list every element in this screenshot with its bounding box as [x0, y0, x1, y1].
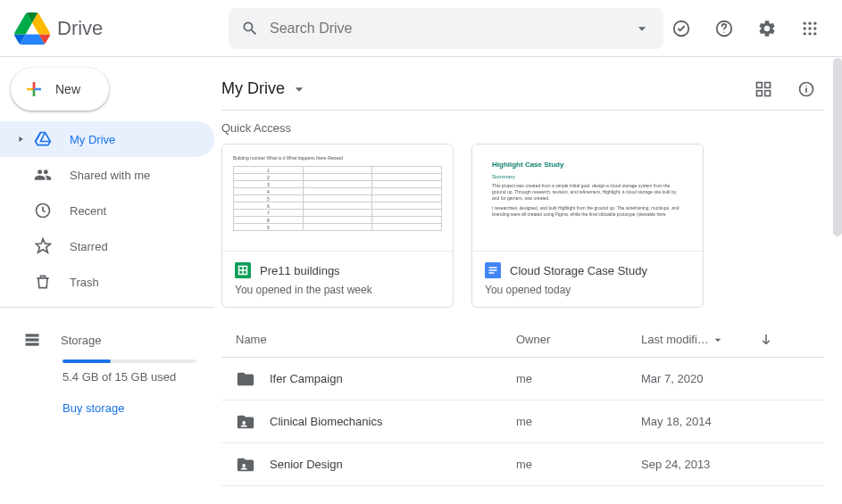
file-subtitle: You opened today	[485, 284, 690, 296]
buy-storage-link[interactable]: Buy storage	[63, 401, 214, 415]
col-name[interactable]: Name	[221, 333, 516, 346]
svg-point-5	[813, 21, 816, 24]
svg-rect-17	[765, 82, 771, 87]
svg-point-3	[804, 21, 806, 24]
svg-rect-14	[26, 338, 39, 341]
shared-folder-icon	[236, 412, 255, 432]
file-owner: me	[516, 372, 641, 385]
file-row[interactable]: Senior Design me Sep 24, 2013	[221, 443, 824, 486]
search-bar[interactable]	[229, 8, 663, 49]
svg-rect-16	[757, 82, 763, 87]
search-icon	[241, 20, 259, 37]
file-modified: Sep 24, 2013	[641, 458, 748, 471]
star-icon	[32, 237, 54, 255]
new-button[interactable]: New	[11, 68, 109, 111]
col-modified[interactable]: Last modifi…	[641, 333, 748, 347]
sidebar-item-my-drive[interactable]: My Drive	[0, 121, 214, 157]
expand-icon	[16, 133, 27, 146]
table-header: Name Owner Last modifi…	[221, 322, 824, 358]
main-content: My Drive Quick Access Building number Wh…	[214, 57, 842, 504]
app-name: Drive	[57, 17, 103, 40]
svg-rect-13	[26, 334, 39, 336]
plus-icon	[23, 78, 45, 100]
svg-point-6	[804, 27, 806, 29]
file-row[interactable]: Ifer Campaign me Mar 7, 2020	[221, 358, 824, 401]
svg-rect-27	[489, 267, 497, 269]
ready-offline-icon[interactable]	[663, 11, 699, 46]
sheets-icon	[235, 262, 251, 278]
quick-access-title: Quick Access	[221, 121, 824, 135]
drive-icon	[32, 130, 54, 148]
new-label: New	[55, 82, 80, 96]
scrollbar[interactable]	[833, 58, 842, 236]
nav-label: Starred	[70, 240, 108, 253]
sidebar-item-starred[interactable]: Starred	[0, 228, 214, 264]
trash-icon	[32, 273, 54, 291]
svg-point-8	[813, 27, 816, 29]
sidebar-item-trash[interactable]: Trash	[0, 264, 214, 300]
sort-arrow-icon[interactable]	[748, 332, 784, 348]
sidebar-item-storage[interactable]: Storage	[23, 322, 214, 358]
file-owner: me	[516, 458, 641, 471]
quick-access-card[interactable]: Building number What is it What happens …	[221, 144, 454, 308]
file-row[interactable]: Clinical Biomechanics me May 18, 2014	[221, 401, 824, 443]
info-icon[interactable]	[788, 71, 824, 107]
svg-point-31	[242, 464, 246, 467]
nav-label: Shared with me	[70, 169, 150, 182]
drive-logo-icon	[14, 11, 50, 46]
file-preview: Building number What is it What happens …	[222, 145, 453, 252]
col-owner[interactable]: Owner	[516, 333, 641, 346]
svg-rect-29	[489, 272, 495, 274]
quick-access-card[interactable]: Highlight Case Study Summary This projec…	[471, 144, 704, 308]
svg-point-9	[804, 32, 806, 35]
breadcrumb-row: My Drive	[221, 68, 824, 111]
logo-block[interactable]: Drive	[14, 11, 229, 46]
file-subtitle: You opened in the past week	[235, 284, 440, 296]
svg-rect-19	[765, 90, 771, 95]
divider	[0, 307, 214, 308]
storage-label: Storage	[61, 334, 102, 347]
dropdown-icon	[290, 80, 308, 98]
file-preview: Highlight Case Study Summary This projec…	[472, 145, 703, 252]
svg-point-11	[813, 32, 816, 35]
file-modified: Mar 7, 2020	[641, 372, 748, 385]
nav-label: Recent	[70, 204, 106, 218]
file-name: Senior Design	[270, 458, 343, 471]
storage-text: 5.4 GB of 15 GB used	[63, 370, 214, 384]
file-name: Clinical Biomechanics	[270, 415, 382, 428]
storage-icon	[23, 331, 45, 349]
svg-point-21	[805, 86, 806, 87]
breadcrumb-label: My Drive	[221, 79, 285, 98]
file-name: Cloud Storage Case Study	[510, 264, 647, 277]
svg-rect-18	[757, 90, 763, 95]
breadcrumb[interactable]: My Drive	[221, 79, 308, 98]
dropdown-icon[interactable]	[633, 20, 651, 37]
settings-icon[interactable]	[749, 11, 785, 46]
file-name: Ifer Campaign	[270, 372, 343, 385]
storage-progress	[63, 359, 196, 363]
file-modified: May 18, 2014	[641, 415, 748, 428]
svg-point-4	[808, 21, 811, 24]
help-icon[interactable]	[706, 11, 742, 46]
svg-point-7	[808, 27, 811, 29]
svg-point-30	[242, 421, 246, 425]
quick-access-row: Building number What is it What happens …	[221, 144, 824, 308]
people-icon	[32, 166, 54, 184]
apps-icon[interactable]	[792, 11, 828, 46]
svg-point-2	[723, 31, 724, 32]
folder-icon	[236, 369, 255, 389]
sidebar-item-shared[interactable]: Shared with me	[0, 157, 214, 193]
docs-icon	[485, 262, 501, 278]
svg-rect-15	[26, 343, 39, 345]
shared-folder-icon	[236, 455, 255, 475]
nav-label: My Drive	[70, 133, 115, 146]
app-header: Drive	[0, 0, 842, 57]
grid-view-icon[interactable]	[746, 71, 781, 107]
search-input[interactable]	[270, 21, 633, 37]
file-name: Pre11 buildings	[260, 264, 340, 277]
nav-label: Trash	[70, 276, 99, 289]
clock-icon	[32, 202, 54, 219]
sidebar-item-recent[interactable]: Recent	[0, 193, 214, 228]
svg-rect-28	[489, 269, 497, 271]
header-actions	[663, 11, 835, 46]
